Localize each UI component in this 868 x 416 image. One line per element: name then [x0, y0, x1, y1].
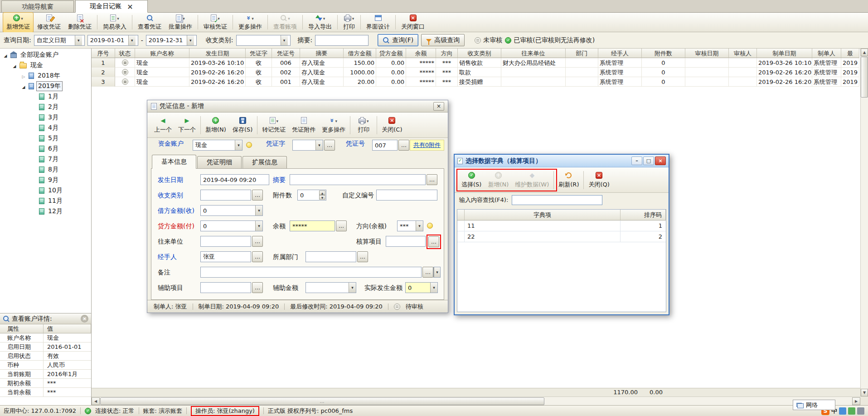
- tree-expander-icon[interactable]: [21, 83, 26, 90]
- column-header[interactable]: 序号: [92, 49, 115, 58]
- horizontal-scroll-thumb[interactable]: [100, 397, 544, 405]
- aux-item-input[interactable]: [200, 282, 251, 293]
- import-export-button[interactable]: 导入导出: [305, 12, 335, 33]
- next-voucher-button[interactable]: 下一个: [175, 115, 199, 135]
- attach-count-stepper[interactable]: 0▲▼: [297, 190, 326, 201]
- tree-node-2019[interactable]: 2019年: [0, 81, 91, 91]
- dialog-more-ops-button[interactable]: 更多操作: [319, 115, 349, 135]
- date-to-select[interactable]: 2019-12-31: [146, 35, 197, 46]
- tree-month-item[interactable]: 6月: [0, 143, 91, 154]
- tree-month-item[interactable]: 11月: [0, 196, 91, 206]
- date-mode-select[interactable]: 自定义日期: [34, 35, 85, 46]
- aux-amount-input[interactable]: [305, 282, 356, 293]
- detail-row[interactable]: 期初余额 ***: [0, 379, 91, 388]
- tab-extended-info[interactable]: 扩展信息: [242, 156, 287, 168]
- credit-input[interactable]: 0: [200, 220, 263, 231]
- summary-input[interactable]: [315, 35, 369, 46]
- more-ops-button[interactable]: 更多操作: [235, 12, 266, 33]
- balance-input[interactable]: *****: [290, 220, 335, 231]
- dictionary-search-input[interactable]: [512, 195, 602, 205]
- partner-input[interactable]: [200, 236, 251, 247]
- tray-panel-icon[interactable]: [857, 407, 864, 415]
- quick-entry-button[interactable]: 简易录入: [99, 12, 130, 33]
- tab-function-nav[interactable]: 功能导航窗: [1, 0, 74, 12]
- dialog-add-button[interactable]: 新增(N): [202, 115, 229, 135]
- horizontal-scrollbar[interactable]: ◀ ▶: [92, 396, 860, 405]
- category-input[interactable]: [200, 190, 251, 201]
- scroll-left-icon[interactable]: ◀: [92, 397, 100, 405]
- tree-month-item[interactable]: 8月: [0, 164, 91, 175]
- tab-close-icon[interactable]: [127, 2, 133, 11]
- minimize-icon[interactable]: –: [631, 157, 642, 165]
- custom-no-input[interactable]: [376, 190, 437, 201]
- column-header[interactable]: 往来单位: [501, 49, 566, 58]
- column-header[interactable]: 账户名称: [135, 49, 189, 58]
- partner-lookup-button[interactable]: [252, 236, 263, 247]
- date-from-select[interactable]: 2019-01-01: [87, 35, 138, 46]
- close-icon[interactable]: ×: [655, 157, 666, 165]
- handler-input[interactable]: 张亚: [200, 251, 251, 262]
- voucher-number-lookup-button[interactable]: [398, 140, 409, 151]
- column-header[interactable]: 部门: [566, 49, 598, 58]
- close-window-button[interactable]: 关闭窗口: [398, 12, 428, 33]
- aux-item-lookup-button[interactable]: [252, 282, 263, 293]
- journal-row[interactable]: 3 现金 2019-02-26 16:20 收 001 存入现金 20.00 0…: [92, 77, 860, 87]
- property-column-header[interactable]: 属性: [0, 324, 44, 333]
- journal-row[interactable]: 2 现金 2019-02-26 16:20 收 002 存入现金 1000.00…: [92, 68, 860, 77]
- tree-node-2018[interactable]: 2018年: [0, 70, 91, 81]
- detail-row[interactable]: 账户名称 现金: [0, 333, 91, 343]
- detail-row[interactable]: 当前账期 2016年1月: [0, 370, 91, 379]
- vertical-scrollbar[interactable]: ▲ ▼: [860, 49, 868, 396]
- dict-maintain-button[interactable]: 维护数据(W): [512, 170, 552, 190]
- tree-expander-icon[interactable]: [12, 62, 17, 69]
- tab-cash-journal[interactable]: 现金日记账: [75, 0, 148, 13]
- voice-icon[interactable]: [839, 407, 846, 415]
- dict-close-button[interactable]: 关闭(Q): [585, 170, 612, 190]
- actual-amount-input[interactable]: 0: [405, 282, 438, 293]
- tree-month-item[interactable]: 3月: [0, 112, 91, 122]
- scroll-up-icon[interactable]: ▲: [861, 49, 868, 56]
- dialog-close-icon[interactable]: [433, 102, 444, 111]
- maximize-icon[interactable]: □: [643, 157, 654, 165]
- transfer-voucher-button[interactable]: 转记凭证: [259, 115, 289, 135]
- audit-voucher-button[interactable]: 审核凭证: [200, 12, 231, 33]
- account-select[interactable]: 现金: [193, 140, 242, 151]
- tree-expander-icon[interactable]: [3, 51, 8, 59]
- tree-month-item[interactable]: 5月: [0, 133, 91, 143]
- print-button[interactable]: 打印: [339, 12, 359, 33]
- category-select[interactable]: [236, 35, 291, 46]
- department-lookup-button[interactable]: [357, 251, 368, 262]
- dialog-save-button[interactable]: 保存(S): [229, 115, 256, 135]
- prev-voucher-button[interactable]: 上一个: [151, 115, 175, 135]
- department-input[interactable]: [305, 251, 356, 262]
- remark-input[interactable]: [200, 267, 422, 278]
- value-column-header[interactable]: 值: [44, 324, 91, 333]
- tree-month-item[interactable]: 12月: [0, 206, 91, 216]
- ui-design-button[interactable]: 界面设计: [363, 12, 393, 33]
- tree-month-item[interactable]: 1月: [0, 91, 91, 102]
- column-header[interactable]: 方向: [436, 49, 458, 58]
- category-lookup-button[interactable]: [252, 190, 263, 201]
- column-header[interactable]: 制单人: [812, 49, 841, 58]
- dictionary-dialog-titlebar[interactable]: 选择数据字典（核算项目） – □ ×: [455, 155, 669, 167]
- dict-refresh-button[interactable]: 刷新(R): [555, 170, 582, 190]
- summary-input[interactable]: [290, 174, 426, 185]
- remark-dropdown[interactable]: [433, 267, 441, 278]
- accounting-item-lookup-button[interactable]: [428, 236, 439, 247]
- column-header[interactable]: 最: [841, 49, 859, 58]
- column-header[interactable]: 审核人: [729, 49, 757, 58]
- detail-row[interactable]: 启用状态 有效: [0, 352, 91, 361]
- accounting-item-input[interactable]: [386, 236, 426, 247]
- debit-input[interactable]: 0: [200, 205, 263, 216]
- tree-month-item[interactable]: 4月: [0, 122, 91, 133]
- dictionary-row[interactable]: 22 2: [457, 231, 666, 242]
- dictionary-row[interactable]: 11 1: [457, 220, 666, 231]
- vertical-scroll-thumb[interactable]: [861, 57, 868, 98]
- scroll-down-icon[interactable]: ▼: [861, 389, 868, 396]
- remark-lookup-button[interactable]: [422, 267, 433, 278]
- voucher-number-input[interactable]: 007: [372, 140, 398, 151]
- voucher-word-select[interactable]: [292, 140, 323, 151]
- column-header[interactable]: 凭证字: [246, 49, 272, 58]
- tree-node-all-accounts[interactable]: 全部现金账户: [0, 49, 91, 60]
- keyboard-icon[interactable]: [848, 407, 855, 415]
